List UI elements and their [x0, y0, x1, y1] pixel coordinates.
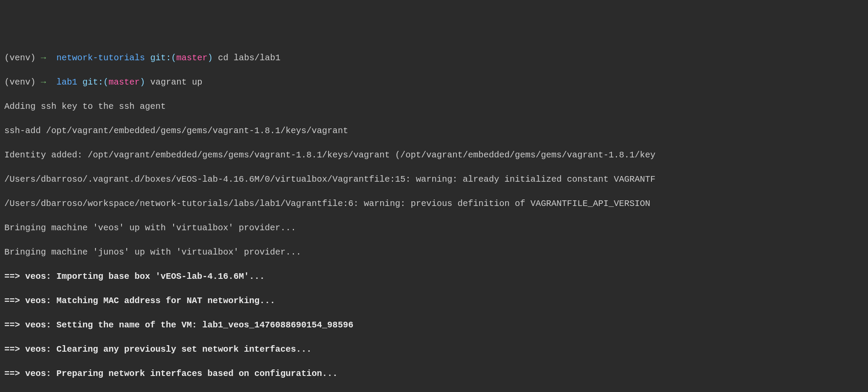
command-text: vagrant up — [150, 77, 202, 87]
terminal-line-prompt-1[interactable]: (venv) → network-tutorials git:(master) … — [4, 52, 864, 64]
venv-indicator: (venv) — [4, 77, 36, 87]
git-label: git:( — [150, 53, 176, 63]
git-label: git:( — [82, 77, 108, 87]
terminal-output-line: /Users/dbarroso/workspace/network-tutori… — [4, 198, 864, 210]
terminal-output-line: Bringing machine 'veos' up with 'virtual… — [4, 222, 864, 234]
terminal-output-line: Identity added: /opt/vagrant/embedded/ge… — [4, 149, 864, 161]
terminal-output-line: ==> veos: Importing base box 'vEOS-lab-4… — [4, 271, 864, 283]
terminal-output-line: ==> veos: Matching MAC address for NAT n… — [4, 295, 864, 307]
terminal-output-line: ==> veos: Preparing network interfaces b… — [4, 368, 864, 380]
venv-indicator: (venv) — [4, 53, 36, 63]
git-branch: master — [176, 53, 207, 63]
terminal-output-line: /Users/dbarroso/.vagrant.d/boxes/vEOS-la… — [4, 173, 864, 186]
prompt-arrow-icon: → — [41, 77, 46, 87]
current-directory: network-tutorials — [56, 53, 145, 63]
current-directory: lab1 — [56, 77, 77, 87]
terminal-output-line: Adding ssh key to the ssh agent — [4, 101, 864, 113]
terminal-line-prompt-2[interactable]: (venv) → lab1 git:(master) vagrant up — [4, 76, 864, 88]
terminal-output-line: ssh-add /opt/vagrant/embedded/gems/gems/… — [4, 125, 864, 137]
git-branch: master — [108, 77, 140, 87]
terminal-output-line: ==> veos: Setting the name of the VM: la… — [4, 319, 864, 331]
prompt-arrow-icon: → — [41, 53, 46, 63]
git-close: ) — [207, 53, 213, 63]
terminal-output-line: ==> veos: Clearing any previously set ne… — [4, 343, 864, 356]
command-text: cd labs/lab1 — [218, 53, 280, 63]
terminal-output-line: Bringing machine 'junos' up with 'virtua… — [4, 246, 864, 258]
git-close: ) — [140, 77, 145, 87]
